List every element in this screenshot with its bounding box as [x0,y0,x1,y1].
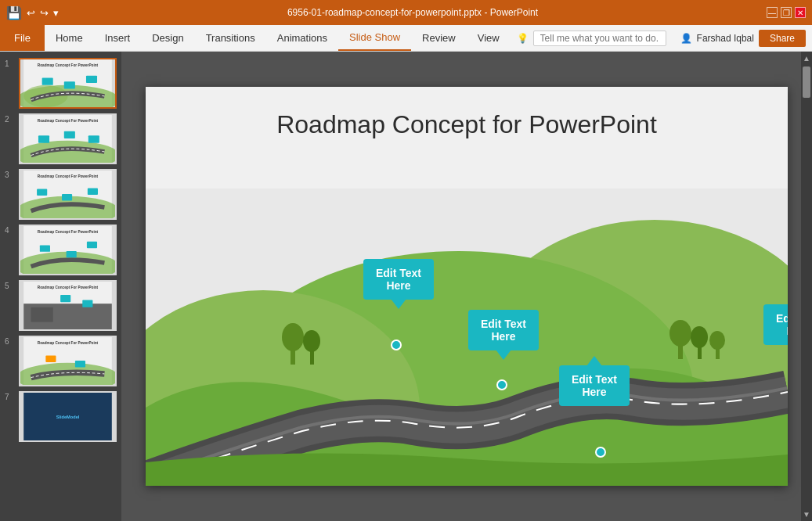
slide-thumb-6[interactable]: 6 Roadmap Concept For PowerPoint [5,336,117,386]
slides-panel: 1 Roadmap Concept For PowerPoint 2 [0,52,121,521]
tab-slideshow[interactable]: Slide Show [338,25,411,51]
tab-review[interactable]: Review [411,25,467,51]
powerpoint-icon: 💾 [6,5,22,20]
svg-point-47 [669,320,691,347]
main-area: 1 Roadmap Concept For PowerPoint 2 [0,52,812,521]
scroll-up-arrow[interactable]: ▲ [800,52,812,65]
tab-transitions[interactable]: Transitions [195,25,266,51]
tab-home[interactable]: Home [45,25,94,51]
svg-rect-6 [86,76,97,83]
slide-img-3: Roadmap Concept For PowerPoint [19,169,117,220]
slide-num-4: 4 [5,225,14,235]
callout-3[interactable]: Edit TextHere [559,365,630,406]
callout-4[interactable]: Edit TextHere [763,304,788,345]
window-controls: — ❐ ✕ [767,7,806,18]
user-area: 👤 Farshad Iqbal Share [674,30,812,47]
callout-2[interactable]: Edit TextHere [468,310,539,350]
slide-num-3: 3 [5,169,14,179]
svg-rect-16 [37,189,47,195]
search-input[interactable] [533,31,666,46]
svg-text:Roadmap Concept For PowerPoint: Roadmap Concept For PowerPoint [38,174,99,178]
svg-text:Roadmap Concept For PowerPoint: Roadmap Concept For PowerPoint [38,341,99,345]
slide-thumb-5[interactable]: 5 Roadmap Concept For PowerPoint [5,280,117,331]
title-bar-left: 💾 ↩ ↪ ▾ [6,5,59,20]
svg-rect-34 [45,355,56,361]
slide-thumb-1[interactable]: 1 Roadmap Concept For PowerPoint [5,58,117,109]
svg-text:Roadmap Concept For PowerPoint: Roadmap Concept For PowerPoint [38,286,99,289]
slide-canvas: Roadmap Concept for PowerPoint [146,87,788,486]
tab-view[interactable]: View [467,25,511,51]
dot-3 [595,447,606,458]
slide-num-6: 6 [5,336,14,346]
svg-rect-35 [75,361,85,367]
slide-num-5: 5 [5,280,14,290]
ribbon: File Home Insert Design Transitions Anim… [0,25,812,52]
svg-point-49 [691,326,708,348]
svg-rect-5 [64,81,75,88]
ribbon-search: 💡 [517,31,674,46]
redo-btn[interactable]: ↪ [40,7,49,19]
slide-num-7: 7 [5,391,14,401]
scroll-down-arrow[interactable]: ▼ [800,508,812,521]
svg-rect-28 [31,307,53,322]
customize-btn[interactable]: ▾ [53,7,59,19]
svg-rect-24 [87,242,97,248]
share-button[interactable]: Share [759,30,806,47]
svg-rect-23 [67,251,77,257]
minimize-btn[interactable]: — [767,7,778,18]
svg-rect-10 [38,135,49,142]
lightbulb-icon: 💡 [517,33,529,44]
slide-background [146,189,788,486]
callout-1[interactable]: Edit TextHere [363,259,434,300]
slide-num-1: 1 [5,58,14,68]
title-bar-title: 6956-01-roadmap-concept-for-powerpoint.p… [59,7,767,18]
slide-title: Roadmap Concept for PowerPoint [146,110,788,139]
slide-img-1: Roadmap Concept For PowerPoint [19,58,117,109]
svg-point-51 [709,331,725,350]
slide-thumb-7[interactable]: 7 SlideModel [5,391,117,442]
slide-img-7: SlideModel [19,391,117,442]
canvas-area: ▲ ▼ Roadmap Concept for PowerPoint [121,52,812,521]
title-bar: 💾 ↩ ↪ ▾ 6956-01-roadmap-concept-for-powe… [0,0,812,25]
svg-rect-17 [62,194,72,200]
svg-rect-29 [60,295,70,302]
dot-1 [391,340,402,350]
svg-point-43 [282,323,304,351]
svg-rect-4 [42,77,53,84]
slide-img-4: Roadmap Concept For PowerPoint [19,225,117,275]
tab-animations[interactable]: Animations [266,25,338,51]
slide-thumb-3[interactable]: 3 Roadmap Concept For PowerPoint [5,169,117,220]
vertical-scrollbar[interactable]: ▲ ▼ [801,52,812,521]
svg-rect-11 [64,131,75,138]
tab-insert[interactable]: Insert [94,25,142,51]
tab-design[interactable]: Design [141,25,194,51]
close-btn[interactable]: ✕ [795,7,806,18]
svg-rect-22 [40,245,50,251]
slide-img-6: Roadmap Concept For PowerPoint [19,336,117,386]
slide-img-2: Roadmap Concept For PowerPoint [19,113,117,164]
slide-num-2: 2 [5,113,14,124]
svg-text:SlideModel: SlideModel [56,415,80,419]
undo-btn[interactable]: ↩ [27,7,35,19]
svg-point-45 [303,330,320,352]
svg-text:Roadmap Concept For PowerPoint: Roadmap Concept For PowerPoint [38,63,99,67]
svg-rect-30 [82,300,92,307]
slide-thumb-2[interactable]: 2 Roadmap Concept For PowerPoint [5,113,117,164]
scroll-track [801,65,812,508]
slide-thumb-4[interactable]: 4 Roadmap Concept For PowerPoint [5,225,117,275]
user-name: Farshad Iqbal [697,33,754,44]
svg-rect-12 [88,135,99,142]
dot-2 [496,379,507,390]
svg-rect-18 [88,189,98,195]
scroll-thumb[interactable] [803,66,810,98]
title-bar-right: — ❐ ✕ [767,7,806,18]
svg-text:Roadmap Concept For PowerPoint: Roadmap Concept For PowerPoint [38,119,99,123]
slide-img-5: Roadmap Concept For PowerPoint [19,280,117,331]
file-tab[interactable]: File [0,25,45,51]
user-icon: 👤 [680,33,692,44]
svg-text:Roadmap Concept For PowerPoint: Roadmap Concept For PowerPoint [38,230,99,234]
restore-btn[interactable]: ❐ [781,7,792,18]
